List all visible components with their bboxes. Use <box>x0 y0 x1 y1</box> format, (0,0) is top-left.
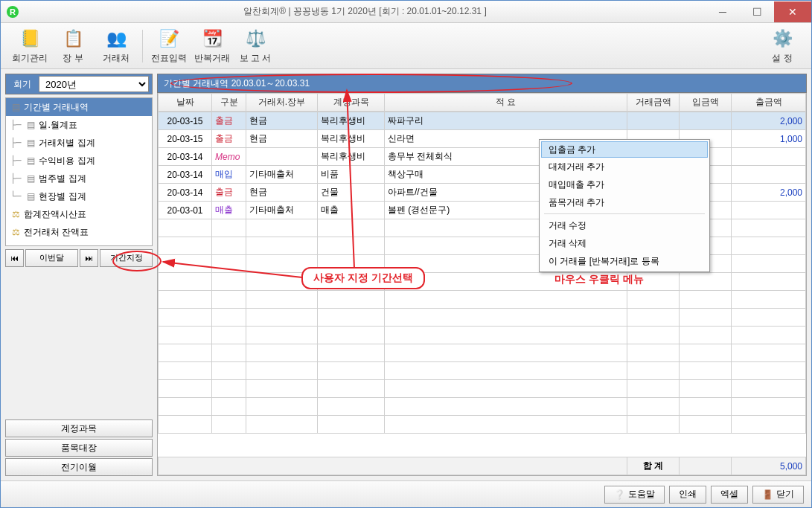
nav-this-month-button[interactable]: 이번달 <box>25 249 78 267</box>
bottom-bar: ❔도움말 인쇄 엑셀 🚪닫기 <box>1 480 811 507</box>
toolbar-label: 보 고 서 <box>240 52 272 65</box>
toolbar-icon: 📋 <box>61 27 85 51</box>
right-panel: 기간별 거래내역 20.03.01～20.03.31 날짜구분거래처.장부계정과… <box>157 74 807 476</box>
window-controls: ─ ☐ ✕ <box>706 1 811 22</box>
print-button[interactable]: 인쇄 <box>669 486 706 504</box>
toolbar-label: 회기관리 <box>12 52 48 65</box>
menu-item[interactable]: 매입매출 추가 <box>541 176 708 193</box>
context-menu[interactable]: 입출금 추가대체거래 추가매입매출 추가품목거래 추가거래 수정거래 삭제이 거… <box>539 139 710 272</box>
doc-icon: ▤ <box>25 120 36 130</box>
menu-item[interactable]: 품목거래 추가 <box>541 193 708 211</box>
column-header[interactable]: 날짜 <box>159 94 212 112</box>
tree-item[interactable]: ▤거래처별 집계 <box>6 134 152 152</box>
toolbar-icon: ⚖️ <box>243 27 267 51</box>
settings-label: 설 정 <box>772 52 792 65</box>
table-row-empty <box>159 327 806 344</box>
table-row[interactable]: 20-03-15출금현금복리후생비짜파구리2,000 <box>159 112 806 130</box>
left-action-buttons: 계정과목품목대장전기이월 <box>5 419 153 476</box>
tree-item[interactable]: ▤현장별 집계 <box>6 187 152 205</box>
table-row-empty <box>159 309 806 327</box>
doc-icon: ▤ <box>25 155 36 166</box>
table-row-empty <box>159 398 806 416</box>
range-header: 기간별 거래내역 20.03.01～20.03.31 <box>157 74 807 93</box>
excel-button[interactable]: 엑셀 <box>711 486 748 504</box>
app-window: R 알찬회계® | 꽁꽁냉동 1기 2020년 [회기 : 20.01.01~2… <box>0 0 812 508</box>
tree-item-label: 범주별 집계 <box>39 173 86 185</box>
menu-item[interactable]: 대체거래 추가 <box>541 158 708 176</box>
table-footer: 합 계5,000 <box>159 457 806 475</box>
left-panel: 회기 2020년 ▤기간별 거래내역▤일.월계표▤거래처별 집계▤수익비용 집계… <box>5 74 153 476</box>
minimize-button[interactable]: ─ <box>706 1 740 22</box>
content-area: 회기 2020년 ▤기간별 거래내역▤일.월계표▤거래처별 집계▤수익비용 집계… <box>1 69 811 480</box>
toolbar-거래처[interactable]: 👥거래처 <box>95 27 138 65</box>
window-title: 알찬회계® | 꽁꽁냉동 1기 2020년 [회기 : 20.01.01~20.… <box>25 5 706 18</box>
toolbar-보고서[interactable]: ⚖️보 고 서 <box>234 27 277 65</box>
scale-icon: ⚖ <box>10 209 21 219</box>
main-toolbar: 📒회기관리📋장 부👥거래처📝전표입력📆반복거래⚖️보 고 서 ⚙️ 설 정 <box>1 23 811 69</box>
nav-last-button[interactable]: ⏭ <box>80 249 98 267</box>
nav-first-button[interactable]: ⏮ <box>5 249 24 267</box>
tree-item-label: 일.월계표 <box>39 119 77 132</box>
toolbar-반복거래[interactable]: 📆반복거래 <box>191 27 234 65</box>
tree-item-label: 거래처별 집계 <box>39 137 95 149</box>
table-row-empty <box>159 362 806 380</box>
app-icon: R <box>7 6 19 18</box>
period-select[interactable]: 2020년 <box>39 76 149 92</box>
toolbar-장부[interactable]: 📋장 부 <box>51 27 95 65</box>
column-header[interactable]: 입금액 <box>680 94 732 112</box>
range-header-text: 기간별 거래내역 20.03.01～20.03.31 <box>164 77 310 90</box>
tree-item-label: 수익비용 집계 <box>39 155 95 167</box>
tree-item[interactable]: ▤일.월계표 <box>6 116 152 134</box>
doc-icon: ▤ <box>25 191 36 202</box>
table-row-empty <box>159 380 806 398</box>
toolbar-icon: 👥 <box>104 27 128 51</box>
column-header[interactable]: 거래처.장부 <box>246 94 318 112</box>
tree-item[interactable]: ▤수익비용 집계 <box>6 152 152 170</box>
toolbar-전표입력[interactable]: 📝전표입력 <box>147 27 191 65</box>
tree-item[interactable]: ⚖합계잔액시산표 <box>6 205 152 223</box>
column-header[interactable]: 출금액 <box>732 94 806 112</box>
period-label: 회기 <box>9 78 36 91</box>
tree-item[interactable]: ▤기간별 거래내역 <box>6 98 152 116</box>
toolbar-icon: 📝 <box>157 27 181 51</box>
report-tree[interactable]: ▤기간별 거래내역▤일.월계표▤거래처별 집계▤수익비용 집계▤범주별 집계▤현… <box>5 97 153 246</box>
menu-item[interactable]: 입출금 추가 <box>541 141 708 158</box>
toolbar-label: 장 부 <box>63 52 83 65</box>
doc-icon: ▤ <box>25 173 36 184</box>
doc-icon: ▤ <box>10 102 21 112</box>
table-row-empty <box>159 291 806 309</box>
menu-item[interactable]: 이 거래를 [반복거래]로 등록 <box>541 252 708 270</box>
close-button[interactable]: ✕ <box>774 1 811 22</box>
left-button-전기이월[interactable]: 전기이월 <box>5 458 153 476</box>
table-row-empty <box>159 344 806 362</box>
tree-item-label: 전거래처 잔액표 <box>24 226 89 239</box>
toolbar-회기관리[interactable]: 📒회기관리 <box>8 27 51 65</box>
left-button-계정과목[interactable]: 계정과목 <box>5 419 153 437</box>
tree-item-label: 현장별 집계 <box>39 190 86 203</box>
menu-item[interactable]: 거래 수정 <box>541 216 708 234</box>
column-header[interactable]: 구분 <box>212 94 246 112</box>
toolbar-label: 전표입력 <box>151 52 187 65</box>
table-row-empty <box>159 416 806 434</box>
maximize-button[interactable]: ☐ <box>740 1 774 22</box>
close-footer-button[interactable]: 🚪닫기 <box>752 486 804 504</box>
gear-icon: ⚙️ <box>770 27 794 51</box>
tree-item[interactable]: ⚖전거래처 잔액표 <box>6 223 152 241</box>
settings-button[interactable]: ⚙️ 설 정 <box>761 27 804 65</box>
left-button-품목대장[interactable]: 품목대장 <box>5 439 153 457</box>
nav-set-period-button[interactable]: 기간지정 <box>100 249 153 267</box>
column-header[interactable]: 계정과목 <box>318 94 385 112</box>
tree-item-label: 기간별 거래내역 <box>24 101 89 114</box>
help-icon: ❔ <box>614 489 625 500</box>
column-header[interactable]: 거래금액 <box>627 94 680 112</box>
tree-item-label: 합계잔액시산표 <box>24 208 86 221</box>
help-button[interactable]: ❔도움말 <box>604 486 665 504</box>
period-nav: ⏮ 이번달 ⏭ 기간지정 <box>5 249 153 267</box>
menu-item[interactable]: 거래 삭제 <box>541 234 708 252</box>
table-row-empty <box>159 273 806 291</box>
menu-separator <box>544 213 705 214</box>
toolbar-icon: 📒 <box>18 27 42 51</box>
scale-icon: ⚖ <box>10 227 21 237</box>
tree-item[interactable]: ▤범주별 집계 <box>6 170 152 187</box>
column-header[interactable]: 적 요 <box>385 94 627 112</box>
